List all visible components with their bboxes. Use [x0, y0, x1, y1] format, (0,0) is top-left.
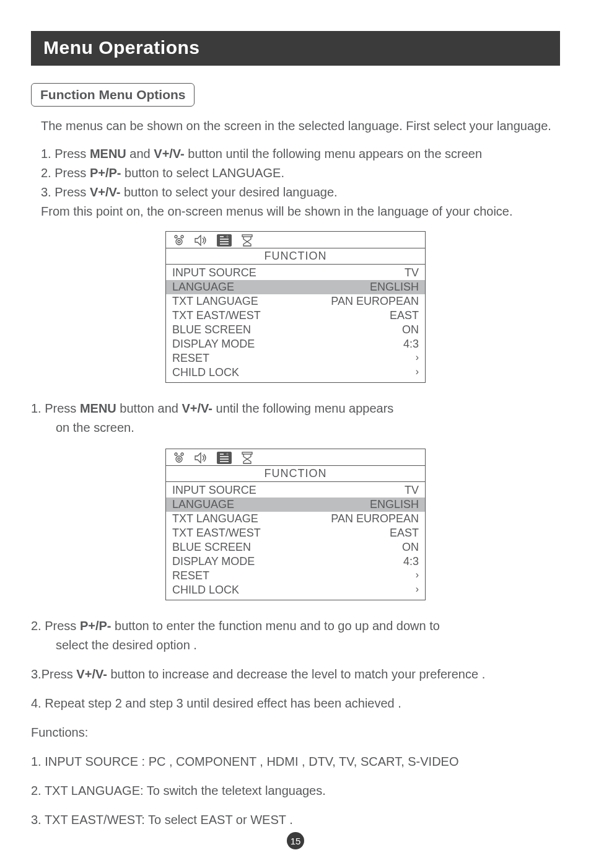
text: 2. Press: [41, 166, 90, 180]
picture-icon: [172, 235, 186, 246]
svg-marker-4: [195, 235, 201, 245]
osd-row: RESET›: [172, 351, 419, 366]
intro-text: The menus can be shown on the screen in …: [41, 118, 560, 134]
osd-value: TV: [405, 266, 419, 279]
osd-row: TXT EAST/WESTEAST: [172, 526, 419, 540]
functions-2: 2. TXT LANGUAGE: To switch the teletext …: [31, 783, 560, 799]
page-number: 15: [287, 832, 304, 849]
osd-row: CHILD LOCK›: [172, 583, 419, 597]
osd-row: TXT LANGUAGEPAN EUROPEAN: [172, 294, 419, 309]
function-icon: [217, 452, 232, 464]
svg-point-1: [178, 240, 180, 243]
osd-label: CHILD LOCK: [172, 584, 239, 597]
osd-row: INPUT SOURCETV: [172, 483, 419, 498]
osd-label: LANGUAGE: [172, 498, 234, 511]
main-step-3: 3.Press V+/V- button to increase and dec…: [31, 666, 560, 683]
label-vplusminus: V+/V-: [182, 401, 212, 415]
text: button and: [116, 401, 182, 415]
label-pplusminus: P+/P-: [80, 619, 112, 633]
picture-icon: [172, 452, 186, 463]
text: button to select LANGUAGE.: [121, 166, 284, 180]
svg-point-14: [178, 458, 180, 460]
functions-1: 1. INPUT SOURCE : PC , COMPONENT , HDMI …: [31, 753, 560, 770]
chevron-right-icon: ›: [416, 366, 419, 379]
label-menu: MENU: [90, 147, 126, 160]
time-icon: [240, 452, 254, 464]
main-step-2: 2. Press P+/P- button to enter the funct…: [31, 618, 560, 634]
sound-icon: [195, 452, 208, 463]
osd-title: FUNCTION: [166, 465, 425, 482]
osd-value: PAN EUROPEAN: [331, 295, 419, 308]
chevron-right-icon: ›: [416, 569, 419, 582]
osd-value: EAST: [390, 309, 419, 322]
osd-value: ON: [402, 541, 419, 554]
osd-row-highlight: LANGUAGEENGLISH: [166, 280, 425, 294]
label-vplusminus: V+/V-: [90, 185, 120, 199]
svg-point-2: [175, 235, 177, 238]
osd-value: PAN EUROPEAN: [331, 512, 419, 525]
section-title: Function Menu Options: [31, 83, 195, 107]
page-banner: Menu Operations: [31, 31, 560, 66]
osd-row: RESET›: [172, 569, 419, 583]
osd-label: RESET: [172, 352, 209, 365]
osd-label: INPUT SOURCE: [172, 484, 256, 497]
label-pplusminus: P+/P-: [90, 166, 121, 180]
osd-label: TXT EAST/WEST: [172, 527, 261, 540]
sound-icon: [195, 235, 208, 246]
osd-label: DISPLAY MODE: [172, 555, 255, 568]
label-vplusminus: V+/V-: [154, 147, 184, 160]
osd-label: DISPLAY MODE: [172, 338, 255, 351]
osd-function-2: FUNCTION INPUT SOURCETV LANGUAGEENGLISH …: [165, 449, 426, 600]
osd-row: BLUE SCREENON: [172, 323, 419, 337]
svg-point-13: [176, 456, 182, 462]
osd-label: LANGUAGE: [172, 281, 234, 294]
svg-point-16: [181, 453, 183, 455]
text: 1. Press: [31, 401, 80, 415]
text: 3. Press: [41, 185, 90, 199]
svg-point-15: [175, 453, 177, 455]
osd-value: ON: [402, 323, 419, 336]
text: button to select your desired language.: [120, 185, 337, 199]
osd-value: TV: [405, 484, 419, 497]
main-step-4: 4. Repeat step 2 and step 3 until desire…: [31, 695, 560, 712]
label-vplusminus: V+/V-: [76, 667, 107, 681]
osd-title: FUNCTION: [166, 248, 425, 265]
osd-row: TXT LANGUAGEPAN EUROPEAN: [172, 512, 419, 526]
osd-label: INPUT SOURCE: [172, 266, 256, 279]
osd-icon-row: [166, 449, 425, 465]
text: button until the following menu appears …: [185, 147, 482, 160]
osd-label: TXT EAST/WEST: [172, 309, 261, 322]
functions-3: 3. TXT EAST/WEST: To select EAST or WEST…: [31, 812, 560, 828]
svg-rect-12: [242, 235, 252, 237]
lang-step-1: 1. Press MENU and V+/V- button until the…: [41, 146, 560, 162]
lang-step-3: 3. Press V+/V- button to select your des…: [41, 184, 560, 201]
osd-label: TXT LANGUAGE: [172, 512, 258, 525]
main-step-1: 1. Press MENU button and V+/V- until the…: [31, 400, 560, 417]
chevron-right-icon: ›: [416, 352, 419, 365]
osd-row: DISPLAY MODE4:3: [172, 337, 419, 351]
svg-rect-25: [242, 452, 252, 454]
text: and: [126, 147, 154, 160]
text: 1. Press: [41, 147, 90, 160]
text: until the following menu appears: [212, 401, 393, 415]
main-step-1-cont: on the screen.: [31, 419, 560, 436]
osd-value: 4:3: [403, 555, 419, 568]
text: button to increase and decrease the leve…: [107, 667, 485, 681]
osd-row: TXT EAST/WESTEAST: [172, 309, 419, 323]
osd-icon-row: [166, 232, 425, 248]
osd-label: BLUE SCREEN: [172, 541, 251, 554]
osd-label: RESET: [172, 569, 209, 582]
functions-heading: Functions:: [31, 724, 560, 741]
label-menu: MENU: [80, 401, 116, 415]
osd-row: INPUT SOURCETV: [172, 266, 419, 280]
text: button to enter the function menu and to…: [112, 619, 440, 633]
chevron-right-icon: ›: [416, 584, 419, 597]
osd-label: CHILD LOCK: [172, 366, 239, 379]
text: 2. Press: [31, 619, 80, 633]
svg-marker-17: [195, 453, 201, 463]
osd-row-highlight: LANGUAGEENGLISH: [166, 498, 425, 512]
osd-row: DISPLAY MODE4:3: [172, 555, 419, 569]
main-step-2-cont: select the desired option .: [31, 637, 560, 654]
lang-step-after: From this point on, the on-screen menus …: [41, 203, 560, 220]
svg-point-3: [181, 235, 183, 238]
